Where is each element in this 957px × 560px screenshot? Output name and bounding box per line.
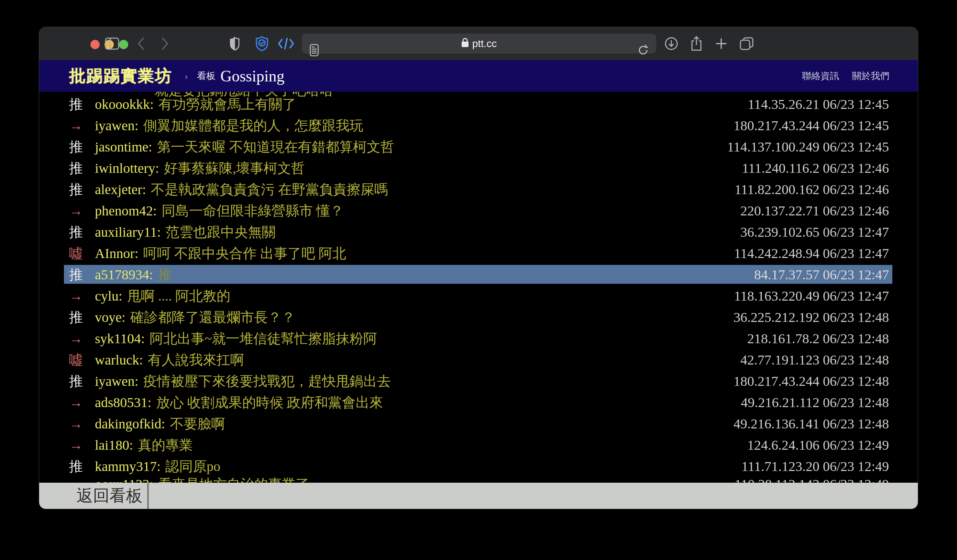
comment-text: 有人說我來扛啊: [148, 350, 734, 369]
close-window-button[interactable]: [90, 40, 99, 49]
comment-text: 第一天來喔 不知道現在有錯都算柯文哲: [157, 137, 720, 156]
shield-check-icon[interactable]: [254, 27, 270, 60]
push-tag: →: [69, 117, 95, 134]
board-name[interactable]: Gossiping: [220, 67, 284, 85]
comment-user: jasontime:: [95, 139, 152, 155]
comment-user: iyawen:: [95, 117, 139, 134]
comment-row: 推 a5178934: 推 84.17.37.57 06/23 12:47: [39, 264, 918, 285]
comment-text: 不要臉啊: [170, 414, 726, 433]
comment-row: 噓 warluck: 有人說我來扛啊 42.77.191.123 06/23 1…: [39, 349, 918, 370]
comment-user: alexjeter:: [95, 181, 146, 197]
address-text: ptt.cc: [472, 38, 497, 49]
contact-link[interactable]: 聯絡資訊: [802, 70, 839, 82]
push-tag: 推: [69, 265, 95, 284]
comment-row: → lai180: 真的專業 124.6.24.106 06/23 12:49: [39, 434, 918, 456]
comment-text: 推: [158, 265, 747, 284]
comment-user: cylu:: [95, 288, 122, 304]
back-button[interactable]: [135, 27, 147, 60]
comment-ip-timestamp: 49.216.21.112 06/23 12:48: [741, 394, 889, 410]
comment-ip-timestamp: 180.217.43.244 06/23 12:45: [734, 117, 889, 134]
comment-text: 疫情被壓下來後要找戰犯，趕快甩鍋出去: [143, 372, 727, 391]
comment-ip-timestamp: 42.77.191.123 06/23 12:48: [741, 352, 889, 368]
comment-ip-timestamp: 118.163.220.49 06/23 12:47: [734, 288, 889, 304]
push-tag: →: [69, 203, 95, 219]
comment-user: kammy317:: [95, 458, 161, 475]
comment-user: syk1104:: [95, 331, 145, 347]
push-tag: 推: [69, 308, 95, 327]
comment-row: 就是要把鍋甩給中央了吧哈哈: [39, 92, 918, 101]
comment-text: 不是執政黨負責貪污 在野黨負責擦屎嗎: [151, 180, 728, 199]
comment-ip-timestamp: 218.161.78.2 06/23 12:48: [747, 331, 889, 347]
code-icon[interactable]: [277, 27, 295, 60]
push-tag: 推: [69, 137, 95, 156]
comment-ip-timestamp: 49.216.136.141 06/23 12:48: [734, 416, 889, 432]
push-tag: →: [69, 476, 95, 483]
comment-text: 好事蔡蘇陳,壞事柯文哲: [164, 159, 735, 178]
comment-text: 阿北出事~就一堆信徒幫忙擦脂抹粉阿: [150, 329, 741, 348]
push-tag: 噓: [69, 350, 95, 369]
site-title[interactable]: 批踢踢實業坊: [69, 65, 172, 87]
push-tag: →: [69, 416, 95, 432]
footer-divider: [147, 483, 149, 509]
breadcrumb-separator: ›: [185, 70, 188, 82]
push-tag: 推: [69, 372, 95, 391]
sidebar-icon[interactable]: [103, 27, 121, 60]
board-label: 看板: [197, 70, 216, 82]
comment-row: → ads80531: 放心 收割成果的時候 政府和黨會出來 49.216.21…: [39, 392, 918, 413]
comment-row: 推 iyawen: 疫情被壓下來後要找戰犯，趕快甩鍋出去 180.217.43.…: [39, 370, 918, 392]
comment-user: iyawen:: [95, 373, 139, 389]
comment-text: 看來是地方自治的專業了: [158, 475, 728, 483]
comment-ip-timestamp: 110.28.112.143 06/23 12:49: [734, 476, 889, 483]
lock-icon: [461, 38, 469, 50]
comment-text: 甩啊 .... 阿北教的: [127, 287, 727, 305]
comment-ip-timestamp: 114.242.248.94 06/23 12:47: [734, 245, 889, 262]
new-tab-icon[interactable]: [714, 27, 729, 60]
comment-row: 推 voye: 確診都降了還最爛市長？？ 36.225.212.192 06/2…: [39, 306, 918, 328]
comment-user: dakingofkid:: [95, 416, 165, 432]
comment-text: 呵呵 不跟中央合作 出事了吧 阿北: [143, 244, 727, 263]
comment-user: ads80531:: [95, 394, 151, 410]
comment-row: → syk1104: 阿北出事~就一堆信徒幫忙擦脂抹粉阿 218.161.78.…: [39, 328, 918, 349]
comment-text: 同島一命但限非綠營縣市 懂？: [161, 201, 734, 220]
comment-user: voye:: [95, 309, 125, 325]
comment-row: → ooxx1123: 看來是地方自治的專業了 110.28.112.143 0…: [39, 473, 918, 483]
comment-text: 確診都降了還最爛市長？？: [130, 308, 727, 327]
comment-ip-timestamp: 36.225.212.192 06/23 12:48: [734, 309, 889, 325]
about-link[interactable]: 關於我們: [852, 70, 889, 82]
push-tag: →: [69, 437, 95, 453]
comment-row: 推 auxiliary11: 范雲也跟中央無關 36.239.102.65 06…: [39, 221, 918, 243]
comment-user: phenom42:: [95, 203, 157, 219]
comment-ip-timestamp: 84.17.37.57 06/23 12:47: [754, 267, 889, 283]
push-tag: 推: [69, 457, 95, 476]
download-icon[interactable]: [663, 27, 679, 60]
back-to-board-button[interactable]: 返回看板: [72, 483, 147, 509]
comment-user: warluck:: [95, 352, 143, 368]
push-tag: 推: [69, 159, 95, 178]
address-bar[interactable]: ptt.cc: [302, 34, 656, 54]
push-tag: →: [69, 331, 95, 347]
ptt-header: 批踢踢實業坊 › 看板 Gossiping 聯絡資訊 關於我們: [39, 60, 918, 92]
footer-bar: 返回看板: [39, 483, 918, 509]
push-tag: 推: [69, 222, 95, 241]
comment-row: → iyawen: 側翼加媒體都是我的人，怎麼跟我玩 180.217.43.24…: [39, 115, 918, 136]
privacy-shield-icon[interactable]: [227, 27, 242, 60]
comment-text: 真的專業: [138, 435, 741, 454]
comment-row: 推 kammy317: 認同原po 111.71.123.20 06/23 12…: [39, 456, 918, 477]
forward-button[interactable]: [159, 27, 171, 60]
comment-ip-timestamp: 180.217.43.244 06/23 12:48: [734, 373, 889, 389]
comment-list: 推 okoookkk: 有功勞就會馬上有關了 114.35.26.21 06/2…: [39, 92, 918, 483]
comment-user: iwinlottery:: [95, 160, 159, 176]
comment-row: → phenom42: 同島一命但限非綠營縣市 懂？ 220.137.22.71…: [39, 200, 918, 221]
comment-text: 就是要把鍋甩給中央了吧哈哈: [99, 92, 882, 99]
comment-row: → dakingofkid: 不要臉啊 49.216.136.141 06/23…: [39, 413, 918, 434]
comment-ip-timestamp: 124.6.24.106 06/23 12:49: [747, 437, 889, 453]
comment-text: 認同原po: [165, 457, 734, 476]
comment-text: 范雲也跟中央無關: [166, 222, 734, 241]
browser-window: ptt.cc: [39, 27, 918, 509]
tabs-icon[interactable]: [737, 27, 756, 60]
browser-toolbar: ptt.cc: [39, 27, 918, 60]
comment-ip-timestamp: 36.239.102.65 06/23 12:47: [741, 224, 889, 240]
push-tag: →: [69, 288, 95, 304]
comment-text: 放心 收割成果的時候 政府和黨會出來: [156, 393, 734, 412]
share-icon[interactable]: [688, 27, 705, 60]
